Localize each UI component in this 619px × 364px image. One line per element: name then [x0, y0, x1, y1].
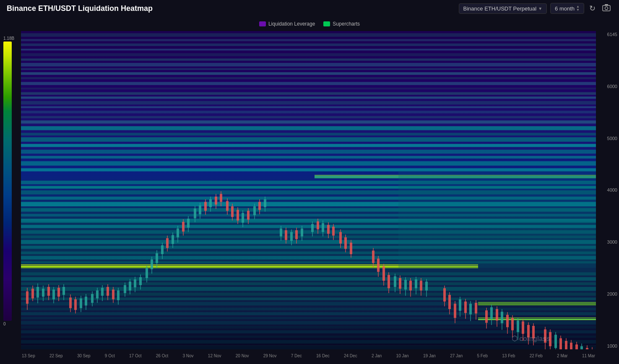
price-label-4000: 4000 — [598, 187, 617, 192]
svg-rect-155 — [237, 210, 239, 220]
svg-rect-97 — [80, 299, 82, 308]
svg-rect-20 — [21, 111, 596, 113]
svg-rect-24 — [21, 133, 596, 135]
page-title: Binance ETH/USDT Liquidation Heatmap — [7, 4, 153, 13]
time-label: 6 month — [555, 5, 575, 12]
svg-rect-159 — [247, 211, 250, 220]
svg-rect-107 — [107, 287, 109, 296]
svg-rect-163 — [258, 202, 261, 210]
chart-legend: Liquidation Leverage Supercharts — [0, 21, 619, 27]
svg-rect-101 — [91, 294, 94, 303]
svg-rect-93 — [69, 297, 72, 308]
svg-rect-22 — [21, 120, 596, 123]
legend-item-supercharts: Supercharts — [323, 21, 360, 27]
svg-rect-169 — [285, 230, 287, 240]
refresh-button[interactable]: ↻ — [588, 2, 597, 15]
svg-rect-12 — [21, 72, 596, 75]
svg-rect-13 — [21, 77, 596, 79]
svg-rect-71 — [21, 335, 596, 338]
svg-rect-165 — [264, 199, 266, 207]
svg-rect-95 — [74, 299, 77, 310]
svg-rect-105 — [101, 288, 104, 296]
svg-rect-10 — [21, 63, 596, 66]
svg-rect-6 — [21, 44, 596, 46]
svg-rect-123 — [151, 260, 153, 269]
time-label-2jan: 2 Jan — [372, 354, 382, 358]
svg-rect-173 — [295, 230, 298, 239]
time-label-2mar: 2 Mar — [557, 354, 568, 358]
svg-rect-177 — [311, 224, 314, 232]
stepper-icon: ▲▼ — [576, 5, 580, 12]
instrument-dropdown[interactable]: Binance ETH/USDT Perpetual ▼ — [459, 3, 547, 14]
svg-rect-239 — [511, 318, 514, 330]
svg-rect-121 — [146, 268, 148, 278]
time-label-5feb: 5 Feb — [477, 354, 488, 358]
svg-rect-153 — [231, 206, 234, 217]
legend-color-supercharts — [323, 21, 330, 26]
time-label-16dec: 16 Dec — [316, 354, 330, 358]
svg-rect-261 — [575, 344, 578, 349]
chevron-down-icon: ▼ — [538, 6, 542, 11]
svg-rect-14 — [21, 82, 596, 85]
svg-rect-263 — [580, 346, 583, 349]
svg-rect-66 — [21, 312, 596, 315]
time-label-29nov: 29 Nov — [263, 354, 277, 358]
svg-rect-157 — [242, 213, 244, 223]
svg-rect-99 — [85, 296, 87, 305]
svg-rect-191 — [350, 243, 352, 254]
svg-rect-253 — [554, 335, 557, 348]
scale-max-label: 1.18B — [3, 36, 14, 41]
legend-color-liquidation — [259, 21, 266, 26]
svg-rect-145 — [209, 199, 212, 207]
svg-rect-175 — [301, 229, 303, 237]
price-label-3000: 3000 — [598, 239, 617, 244]
price-label-6000: 6000 — [598, 84, 617, 89]
svg-rect-60 — [21, 283, 596, 285]
svg-rect-225 — [469, 304, 472, 314]
time-label-13sep: 13 Sep — [22, 354, 35, 358]
svg-rect-219 — [454, 304, 456, 318]
time-label-10jan: 10 Jan — [396, 354, 409, 358]
svg-rect-147 — [215, 197, 217, 205]
time-label-27jan: 27 Jan — [450, 354, 463, 358]
time-period-selector[interactable]: 6 month ▲▼ — [550, 3, 584, 14]
svg-rect-125 — [156, 253, 158, 263]
svg-rect-257 — [565, 341, 567, 349]
legend-label-supercharts: Supercharts — [333, 21, 360, 27]
svg-rect-77 — [26, 291, 29, 304]
chart-canvas[interactable]: ⬡ coinglass — [21, 31, 596, 349]
svg-rect-179 — [317, 221, 319, 229]
svg-rect-27 — [21, 150, 596, 154]
svg-rect-133 — [177, 229, 179, 237]
svg-rect-21 — [21, 116, 596, 118]
svg-rect-109 — [112, 289, 114, 299]
heatmap-svg: ⬡ coinglass — [21, 31, 596, 349]
legend-label-liquidation: Liquidation Leverage — [268, 21, 315, 27]
svg-rect-255 — [559, 338, 562, 349]
price-label-5000: 5000 — [598, 136, 617, 141]
svg-rect-195 — [377, 259, 380, 272]
time-label-3nov: 3 Nov — [182, 354, 193, 358]
svg-rect-171 — [290, 232, 293, 241]
time-label-20nov: 20 Nov — [236, 354, 249, 358]
svg-rect-213 — [425, 281, 428, 290]
price-axis: 6145 6000 5000 4000 3000 2000 1000 — [596, 31, 619, 349]
time-label-22feb: 22 Feb — [530, 354, 543, 358]
time-label-24dec: 24 Dec — [344, 354, 357, 358]
svg-rect-241 — [517, 320, 519, 332]
svg-rect-205 — [404, 280, 407, 289]
svg-rect-151 — [226, 201, 229, 211]
svg-rect-115 — [129, 281, 131, 290]
svg-rect-63 — [21, 297, 596, 300]
svg-rect-259 — [570, 343, 572, 349]
camera-button[interactable] — [601, 2, 612, 15]
svg-rect-185 — [332, 227, 335, 236]
svg-rect-68 — [21, 321, 596, 324]
svg-rect-131 — [172, 235, 174, 244]
svg-rect-7 — [21, 49, 596, 50]
svg-rect-217 — [448, 295, 451, 309]
svg-rect-117 — [134, 279, 136, 287]
svg-rect-70 — [21, 330, 596, 333]
svg-rect-64 — [21, 302, 596, 305]
time-label-11mar: 11 Mar — [582, 354, 595, 358]
